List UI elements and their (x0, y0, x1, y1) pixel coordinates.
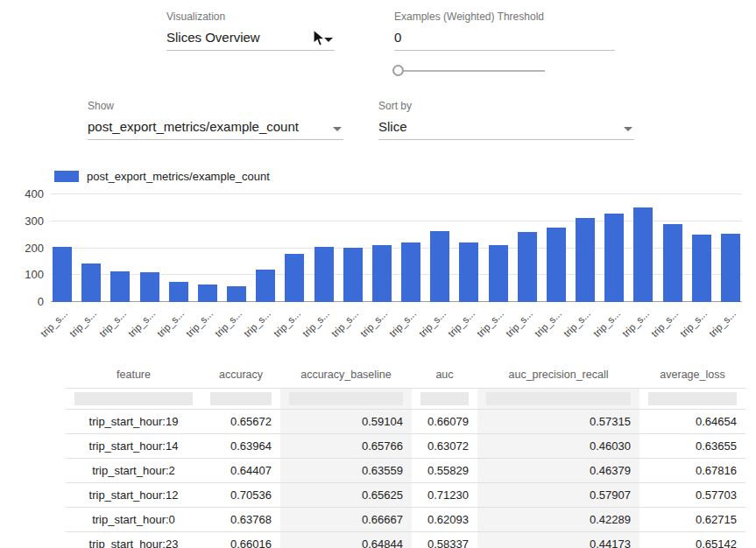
x-axis-tick-label: trip_s... (97, 308, 128, 339)
chart-bar[interactable] (430, 231, 449, 302)
chart-bar[interactable] (285, 254, 304, 302)
x-axis-tick-label: trip_s... (68, 308, 99, 339)
cell-average_loss: 0.57703 (639, 483, 745, 507)
threshold-label: Examples (Weighted) Threshold (394, 11, 615, 23)
chart-bar[interactable] (314, 247, 334, 302)
column-header-auc[interactable]: auc (412, 360, 477, 388)
cell-accuracy: 0.65672 (201, 410, 280, 433)
x-axis-tick-label: trip_s... (562, 308, 592, 339)
chart-bar[interactable] (604, 214, 624, 302)
cell-feature: trip_start_hour:19 (66, 410, 201, 433)
chart-bar[interactable] (401, 242, 420, 302)
x-axis-tick-label: trip_s... (358, 308, 389, 339)
cell-accuracy: 0.63768 (201, 508, 280, 531)
cell-accuracy: 0.64407 (201, 459, 280, 482)
metric-controls-row: Show post_export_metrics/example_count S… (88, 100, 756, 140)
cell-accuracy_baseline: 0.65625 (280, 483, 412, 507)
cell-auc: 0.58337 (412, 532, 477, 548)
show-select[interactable]: post_export_metrics/example_count (88, 119, 343, 140)
show-label: Show (88, 100, 343, 112)
chart-bar[interactable] (489, 245, 508, 302)
chart-bar[interactable] (459, 242, 478, 302)
y-axis-tick-label: 300 (25, 215, 44, 228)
cell-auc_precision_recall: 0.44173 (477, 532, 639, 548)
chart-bar[interactable] (169, 282, 188, 302)
table-row: trip_start_hour:190.656720.591040.660790… (66, 410, 745, 434)
chart-bar[interactable] (227, 286, 246, 302)
x-axis-tick-label: trip_s... (678, 308, 709, 339)
filter-input-average_loss[interactable] (648, 392, 737, 405)
y-axis-tick-label: 0 (38, 296, 44, 308)
column-header-accuracy_baseline[interactable]: accuracy_baseline (280, 360, 412, 388)
cell-feature: trip_start_hour:23 (66, 532, 201, 548)
threshold-slider[interactable] (394, 65, 545, 77)
x-axis-tick-label: trip_s... (184, 308, 215, 339)
slider-thumb[interactable] (392, 65, 404, 76)
chart-bar[interactable] (663, 224, 682, 302)
cell-feature: trip_start_hour:14 (66, 434, 201, 458)
x-axis-tick-label: trip_s... (243, 308, 273, 339)
mouse-cursor-icon (313, 29, 327, 48)
x-axis-tick-label: trip_s... (649, 308, 680, 339)
cell-average_loss: 0.67816 (639, 459, 745, 482)
cell-accuracy_baseline: 0.66667 (280, 508, 412, 531)
chart-bar[interactable] (140, 272, 159, 302)
filter-input-accuracy[interactable] (210, 392, 272, 405)
chart-bar[interactable] (343, 248, 363, 302)
cell-accuracy_baseline: 0.65766 (280, 434, 412, 458)
slices-bar-chart: post_export_metrics/example_count 010020… (11, 170, 742, 344)
column-header-feature[interactable]: feature (66, 360, 201, 388)
chart-bar[interactable] (633, 207, 653, 302)
chart-bar[interactable] (518, 232, 537, 302)
table-row: trip_start_hour:00.637680.666670.620930.… (66, 508, 745, 532)
visualization-label: Visualization (166, 11, 335, 23)
visualization-value: Slices Overview (166, 30, 260, 45)
cell-average_loss: 0.62715 (639, 508, 745, 531)
legend-swatch (54, 171, 79, 182)
column-header-accuracy[interactable]: accuracy (201, 360, 280, 388)
x-axis-tick-label: trip_s... (446, 308, 477, 339)
chart-bar[interactable] (81, 263, 101, 302)
sort-by-select[interactable]: Slice (378, 119, 634, 140)
chart-bar[interactable] (256, 270, 275, 302)
column-header-average_loss[interactable]: average_loss (639, 360, 745, 388)
chart-bar[interactable] (692, 235, 711, 302)
chart-bar[interactable] (110, 271, 130, 302)
chart-bar[interactable] (576, 218, 595, 302)
threshold-input[interactable] (394, 30, 615, 51)
filter-input-auc_precision_recall[interactable] (486, 392, 631, 405)
column-header-auc_precision_recall[interactable]: auc_precision_recall (477, 360, 639, 388)
chart-bar[interactable] (198, 285, 217, 302)
y-axis-tick-label: 400 (25, 188, 44, 200)
x-axis-tick-label: trip_s... (155, 308, 186, 339)
x-axis-tick-label: trip_s... (387, 308, 418, 339)
table-row: trip_start_hour:20.644070.635590.558290.… (66, 459, 745, 483)
chart-bar[interactable] (53, 247, 72, 302)
cell-accuracy_baseline: 0.64844 (280, 532, 412, 548)
cell-accuracy_baseline: 0.63559 (280, 459, 412, 482)
table-row: trip_start_hour:230.660160.648440.583370… (66, 532, 745, 548)
cell-feature: trip_start_hour:0 (66, 508, 201, 531)
cell-auc_precision_recall: 0.57315 (477, 410, 639, 433)
filter-input-feature[interactable] (74, 392, 193, 405)
x-axis-tick-label: trip_s... (39, 308, 69, 339)
x-axis-tick-label: trip_s... (475, 308, 505, 339)
y-axis-tick-label: 100 (25, 269, 44, 281)
top-controls-row: Visualization Slices Overview Examples (… (166, 0, 756, 77)
visualization-select[interactable]: Slices Overview (166, 30, 335, 51)
cell-auc_precision_recall: 0.46379 (477, 459, 639, 482)
filter-row (66, 389, 745, 410)
filter-input-auc[interactable] (420, 392, 469, 405)
sort-by-label: Sort by (378, 100, 634, 112)
chart-bar[interactable] (721, 234, 740, 302)
table-row: trip_start_hour:120.705360.656250.712300… (66, 483, 745, 508)
chart-plot (51, 193, 742, 302)
plot-area: 0100200300400 trip_s...trip_s...trip_s..… (11, 193, 742, 344)
cell-auc: 0.62093 (412, 508, 477, 531)
cell-auc: 0.71230 (412, 483, 477, 507)
chart-bar[interactable] (372, 245, 392, 302)
filter-input-accuracy_baseline[interactable] (289, 392, 403, 405)
chart-bar[interactable] (547, 228, 566, 302)
x-axis-tick-label: trip_s... (272, 308, 302, 339)
dropdown-arrow-icon (624, 127, 632, 131)
